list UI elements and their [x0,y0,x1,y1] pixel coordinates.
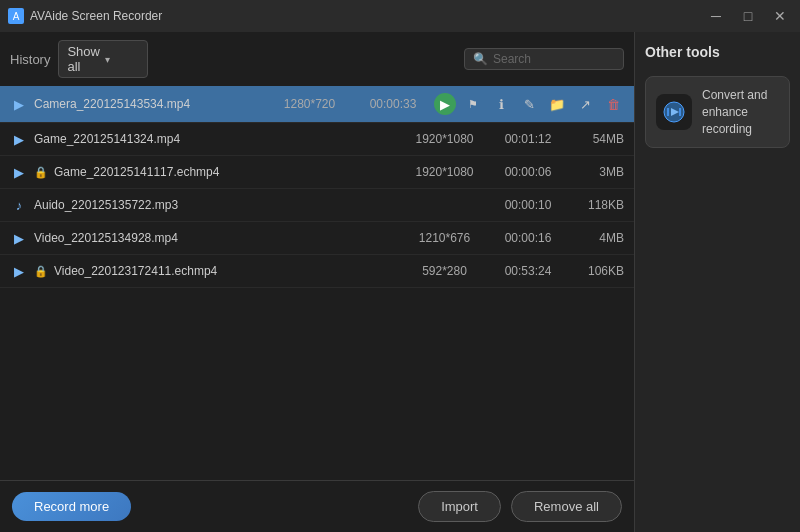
file-duration: 00:00:33 [358,97,428,111]
share-button[interactable]: ↗ [574,93,596,115]
remove-all-button[interactable]: Remove all [511,491,622,522]
table-row[interactable]: ▶🔒Game_220125141117.echmp41920*108000:00… [0,156,634,189]
left-panel: History Show all ▾ 🔍 ▶Camera_22012514353… [0,32,635,532]
filter-dropdown[interactable]: Show all ▾ [58,40,148,78]
video-icon: ▶ [10,163,28,181]
audio-icon: ♪ [10,196,28,214]
minimize-button[interactable]: ─ [704,4,728,28]
file-resolution: 1210*676 [402,231,487,245]
title-bar: A AVAide Screen Recorder ─ □ ✕ [0,0,800,32]
file-name: Game_220125141117.echmp4 [54,165,396,179]
file-duration: 00:00:10 [493,198,563,212]
mark-button[interactable]: ⚑ [462,93,484,115]
app-title: AVAide Screen Recorder [30,9,162,23]
file-size: 106KB [569,264,624,278]
video-icon: ▶ [10,262,28,280]
file-resolution: 1920*1080 [402,165,487,179]
open-folder-button[interactable]: 📁 [546,93,568,115]
file-size: 4MB [569,231,624,245]
file-resolution: 1280*720 [267,97,352,111]
search-icon: 🔍 [473,52,488,66]
table-row[interactable]: ▶Game_220125141324.mp41920*108000:01:125… [0,123,634,156]
file-list: ▶Camera_220125143534.mp41280*72000:00:33… [0,86,634,480]
file-size: 54MB [569,132,624,146]
file-resolution: 1920*1080 [402,132,487,146]
convert-enhance-icon [656,94,692,130]
close-button[interactable]: ✕ [768,4,792,28]
file-resolution: 592*280 [402,264,487,278]
row-actions: ▶⚑ℹ✎📁↗🗑 [434,93,624,115]
edit-button[interactable]: ✎ [518,93,540,115]
right-panel: Other tools Convert and enhance recordin… [635,32,800,532]
file-duration: 00:01:12 [493,132,563,146]
file-name: Video_220123172411.echmp4 [54,264,396,278]
filter-value: Show all [67,44,101,74]
title-bar-left: A AVAide Screen Recorder [8,8,162,24]
main-area: History Show all ▾ 🔍 ▶Camera_22012514353… [0,32,800,532]
table-row[interactable]: ▶🔒Video_220123172411.echmp4592*28000:53:… [0,255,634,288]
file-name: Video_220125134928.mp4 [34,231,396,245]
file-duration: 00:53:24 [493,264,563,278]
tool-card[interactable]: Convert and enhance recording [645,76,790,148]
delete-button[interactable]: 🗑 [602,93,624,115]
file-size: 3MB [569,165,624,179]
history-label: History [10,52,50,67]
lock-icon: 🔒 [34,265,48,278]
lock-icon: 🔒 [34,166,48,179]
file-name: Game_220125141324.mp4 [34,132,396,146]
maximize-button[interactable]: □ [736,4,760,28]
play-button[interactable]: ▶ [434,93,456,115]
file-duration: 00:00:16 [493,231,563,245]
import-button[interactable]: Import [418,491,501,522]
file-name: Camera_220125143534.mp4 [34,97,261,111]
table-row[interactable]: ♪Auido_220125135722.mp300:00:10118KB [0,189,634,222]
record-more-button[interactable]: Record more [12,492,131,521]
video-icon: ▶ [10,95,28,113]
search-box: 🔍 [464,48,624,70]
right-panel-title: Other tools [645,44,790,60]
file-duration: 00:00:06 [493,165,563,179]
tool-card-label: Convert and enhance recording [702,87,779,137]
chevron-down-icon: ▾ [105,54,139,65]
video-icon: ▶ [10,130,28,148]
info-button[interactable]: ℹ [490,93,512,115]
table-row[interactable]: ▶Camera_220125143534.mp41280*72000:00:33… [0,86,634,123]
app-icon: A [8,8,24,24]
file-size: 118KB [569,198,624,212]
table-row[interactable]: ▶Video_220125134928.mp41210*67600:00:164… [0,222,634,255]
window-controls: ─ □ ✕ [704,4,792,28]
bottom-bar: Record more Import Remove all [0,480,634,532]
search-input[interactable] [493,52,615,66]
toolbar: History Show all ▾ 🔍 [0,32,634,86]
file-name: Auido_220125135722.mp3 [34,198,396,212]
video-icon: ▶ [10,229,28,247]
